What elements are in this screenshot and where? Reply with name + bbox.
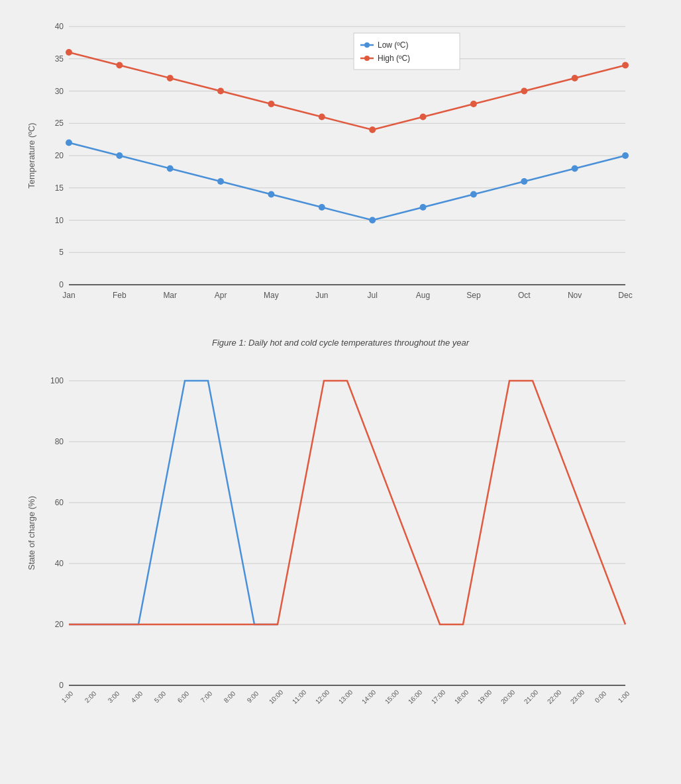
x2-18: 19:00	[476, 688, 494, 705]
x-label-apr: Apr	[215, 291, 227, 300]
high-dot-jul	[369, 126, 376, 133]
high-dot-aug	[420, 114, 427, 121]
low-dot-aug	[420, 204, 427, 211]
x2-21: 22:00	[546, 688, 563, 705]
x2-12: 13:00	[337, 688, 354, 705]
x2-19: 20:00	[499, 688, 517, 705]
low-dot-jul	[369, 217, 376, 224]
x-label-jul: Jul	[368, 291, 378, 300]
high-dot-apr	[217, 88, 224, 95]
low-line	[69, 143, 625, 220]
y-tick-10: 10	[55, 216, 64, 225]
y-tick-20: 20	[55, 151, 64, 160]
x-label-feb: Feb	[113, 291, 127, 300]
y-tick-35: 35	[55, 54, 64, 64]
y-tick-25: 25	[55, 119, 64, 128]
x2-8: 9:00	[246, 689, 260, 704]
x-label-jun: Jun	[315, 291, 328, 300]
x2-17: 18:00	[453, 688, 470, 705]
x-label-jan: Jan	[62, 291, 75, 300]
x-label-mar: Mar	[163, 291, 177, 300]
y-tick-30: 30	[55, 87, 64, 96]
x2-3: 4:00	[130, 689, 144, 704]
low-dot-apr	[217, 178, 224, 185]
chart1-svg: 40 35 30 25 20 15 10 5 0 Temperature (ºC…	[23, 13, 658, 331]
low-dot-dec	[622, 152, 629, 159]
x-label-sep: Sep	[466, 291, 481, 300]
chart1-title: Figure 1: Daily hot and cold cycle tempe…	[23, 338, 658, 348]
high-dot-feb	[116, 62, 123, 69]
x-label-dec: Dec	[618, 291, 632, 300]
x-label-oct: Oct	[518, 291, 531, 300]
x2-2: 3:00	[107, 689, 121, 704]
y-tick-40: 40	[55, 22, 64, 31]
y-tick-0: 0	[59, 280, 64, 289]
low-dot-oct	[521, 178, 527, 185]
y2-tick-20: 20	[55, 620, 64, 629]
y2-tick-80: 80	[55, 437, 64, 446]
high-dot-oct	[521, 88, 527, 95]
x2-9: 10:00	[268, 688, 285, 705]
x2-13: 14:00	[360, 688, 378, 705]
svg-point-13	[364, 56, 370, 61]
x2-0: 1:00	[60, 689, 75, 704]
high-dot-jun	[319, 114, 325, 121]
x-label-aug: Aug	[416, 291, 430, 300]
legend: Low (ºC) High (ºC)	[354, 33, 460, 70]
legend-high-label: High (ºC)	[378, 54, 410, 63]
x2-16: 17:00	[430, 688, 447, 705]
x2-7: 8:00	[223, 689, 237, 704]
chart2-svg: 100 80 60 40 20 0 State of charge (%) 1:…	[23, 368, 658, 752]
x-label-nov: Nov	[568, 291, 582, 300]
high-dot-may	[268, 101, 274, 107]
high-dot-mar	[167, 75, 174, 81]
x2-10: 11:00	[291, 688, 308, 705]
low-dot-sep	[470, 191, 477, 198]
high-dot-dec	[622, 62, 629, 69]
legend-low-label: Low (ºC)	[378, 40, 408, 50]
high-dot-jan	[66, 49, 72, 56]
x2-24: 1:00	[617, 689, 631, 704]
y2-tick-60: 60	[55, 498, 64, 507]
chart2-container: 100 80 60 40 20 0 State of charge (%) 1:…	[23, 368, 658, 754]
low-dot-nov	[572, 166, 578, 172]
x2-14: 15:00	[384, 688, 401, 705]
low-dot-mar	[167, 166, 174, 172]
chart1-container: 40 35 30 25 20 15 10 5 0 Temperature (ºC…	[23, 13, 658, 361]
y-axis-label-chart1: Temperature (ºC)	[26, 122, 36, 188]
svg-point-11	[364, 42, 370, 48]
high-dot-sep	[470, 101, 477, 107]
x2-6: 7:00	[199, 689, 214, 704]
x2-4: 5:00	[153, 689, 168, 704]
y2-tick-40: 40	[55, 559, 64, 568]
low-dot-jan	[66, 140, 72, 146]
svg-rect-9	[354, 33, 460, 70]
y2-tick-100: 100	[50, 376, 64, 385]
y2-tick-0: 0	[59, 681, 64, 690]
low-dot-feb	[116, 152, 123, 159]
x2-20: 21:00	[523, 688, 540, 705]
high-dot-nov	[572, 75, 578, 81]
y-tick-15: 15	[55, 183, 64, 193]
x2-11: 12:00	[314, 688, 331, 705]
x2-5: 6:00	[176, 689, 191, 704]
x-label-may: May	[264, 291, 279, 300]
y-tick-5: 5	[59, 248, 64, 257]
x2-1: 2:00	[83, 689, 98, 704]
x2-22: 23:00	[569, 688, 586, 705]
x2-15: 16:00	[407, 688, 424, 705]
x2-23: 0:00	[594, 689, 608, 704]
low-dot-may	[268, 191, 274, 198]
low-dot-jun	[319, 204, 325, 211]
y-axis-label-chart2: State of charge (%)	[26, 496, 36, 570]
